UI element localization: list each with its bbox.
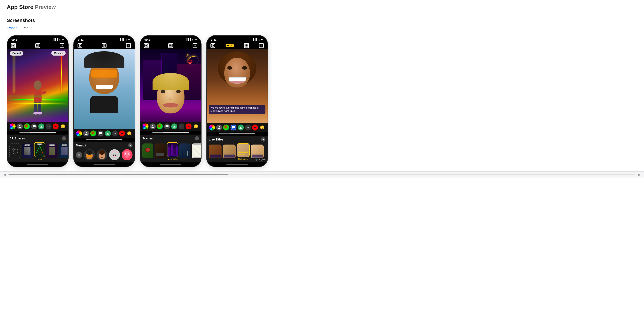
svg-point-14 [19,125,20,126]
effect-prism[interactable]: NEW [34,142,45,160]
heart-icon-2[interactable]: ❤ [119,130,125,136]
mountain-icon-2[interactable] [105,130,111,136]
neon-line-left [14,53,14,93]
music-icon-2[interactable] [126,43,131,48]
chat-active-icon-4[interactable] [230,124,236,130]
emoji-icon-4[interactable]: 😊 [259,124,265,130]
home-bar-1 [27,164,48,165]
chat-icon-3[interactable] [164,123,170,129]
emoji-icon-2[interactable]: 😊 [126,130,132,136]
mountain-icon-4[interactable] [238,124,244,130]
rainbow-icon-3[interactable] [142,123,148,129]
wifi-icon-3: ▲ [192,38,194,41]
neon-h-line-2 [7,103,68,104]
person-icon-3[interactable] [150,123,156,129]
scene-5[interactable] [192,143,202,159]
music-icon-4[interactable] [259,43,264,48]
close-button-3[interactable]: ✕ [195,136,199,140]
gallery-icon-4[interactable] [210,43,215,48]
music-icon-1[interactable] [60,43,64,48]
heart-icon-3[interactable]: ❤ [186,123,192,129]
layout-icon-2[interactable] [102,43,106,48]
scan-effect[interactable] [9,143,20,159]
effects-icon-3[interactable] [157,123,163,129]
cancel-button[interactable]: Cancel [10,51,23,55]
person-icon-4[interactable] [216,124,222,130]
live-thumb-1[interactable] [209,145,222,159]
memoji-char-octopus[interactable] [122,149,132,160]
scene-1[interactable] [142,143,154,159]
speech-bubble-icon [227,44,229,47]
scene-4[interactable] [179,143,190,159]
mountain-icon-3[interactable] [171,123,177,129]
music-icon-3[interactable] [192,43,197,48]
tab-iphone[interactable]: iPhone [7,26,18,31]
effect-thumb-img-3 [49,147,55,155]
tab-ipad[interactable]: iPad [22,26,28,31]
highlight-bar-2 [238,154,246,155]
gallery-icon-3[interactable] [144,43,149,48]
chat-icon-2[interactable] [98,130,104,136]
heart-icon-4[interactable]: ❤ [252,124,258,130]
close-button-4[interactable]: ✕ [261,137,266,142]
svg-rect-1 [13,45,14,45]
scene-2[interactable] [155,143,166,159]
effect-1[interactable]: NEW [22,143,33,159]
memoji-character [74,49,135,129]
aa-icon-3[interactable]: Aa [178,123,184,129]
bike-thumb [156,153,164,156]
layout-icon-1[interactable] [35,43,40,48]
emoji-icon-3[interactable]: 😊 [193,123,199,129]
nose [169,95,172,100]
app-store-bold: App Store [7,4,33,10]
curly-woman [216,51,258,85]
scroll-left-arrow[interactable]: ◀ [2,172,7,177]
memoji-char-1[interactable] [84,149,95,160]
rescan-button[interactable]: Rescan [51,51,66,55]
scroll-right-arrow[interactable]: ▶ [637,172,642,177]
rainbow-icon-1[interactable] [10,123,16,129]
close-button-1[interactable]: ✕ [62,136,66,140]
svg-marker-69 [240,126,242,129]
rainbow-icon-4[interactable] [209,124,215,130]
memoji-remove-button[interactable]: ✕ [76,152,82,158]
live-thumb-2[interactable] [223,145,236,159]
signal-icon-2: ▐▐▐ [119,38,124,41]
rainbow-icon-2[interactable] [76,130,82,136]
emoji-icon-1[interactable]: 😊 [60,123,66,129]
aa-icon-4[interactable]: Aa [245,124,251,130]
scene-metropolis[interactable]: Metropolis [167,142,178,160]
gallery-icon-1[interactable] [11,43,16,48]
aa-icon-2[interactable]: Aa [112,130,118,136]
scroll-indicator-2 [86,139,122,140]
battery-icon-4: ▭ [261,38,263,41]
live-thumb-4[interactable] [251,145,264,159]
bridge-tower [182,151,182,156]
home-bar-2 [94,164,115,165]
english-label[interactable]: 🌐 English [255,158,266,161]
close-button-2[interactable]: ✕ [128,143,132,148]
gallery-icon-2[interactable] [78,43,82,48]
svg-marker-17 [36,146,43,153]
app-store-preview: Preview [35,4,56,10]
layout-icon-4[interactable] [244,43,249,48]
effect-4[interactable]: NEW [59,143,68,159]
live-thumb-highlighter[interactable]: Highlighter [237,143,250,160]
memoji-char-2[interactable] [96,149,107,160]
person-icon-1[interactable] [17,123,23,129]
effect-3[interactable]: NEW [46,143,58,159]
effects-grid-1: NEW NEW [9,142,66,160]
chat-icon-1[interactable] [31,123,37,129]
heart-icon-1[interactable]: ❤ [52,123,58,129]
effects-icon-2[interactable] [90,130,96,136]
effects-icon-4[interactable] [223,124,229,130]
bridge-tower-2 [188,151,188,156]
aa-icon-1[interactable]: Aa [46,123,52,129]
memoji-char-mouse[interactable] [109,149,120,160]
effects-icon-1[interactable] [24,123,30,129]
lips [163,103,178,107]
metropolis-svg [168,143,178,157]
mountain-icon-1[interactable] [38,123,44,129]
layout-icon-3[interactable] [168,43,173,48]
person-icon-2[interactable] [83,130,89,136]
